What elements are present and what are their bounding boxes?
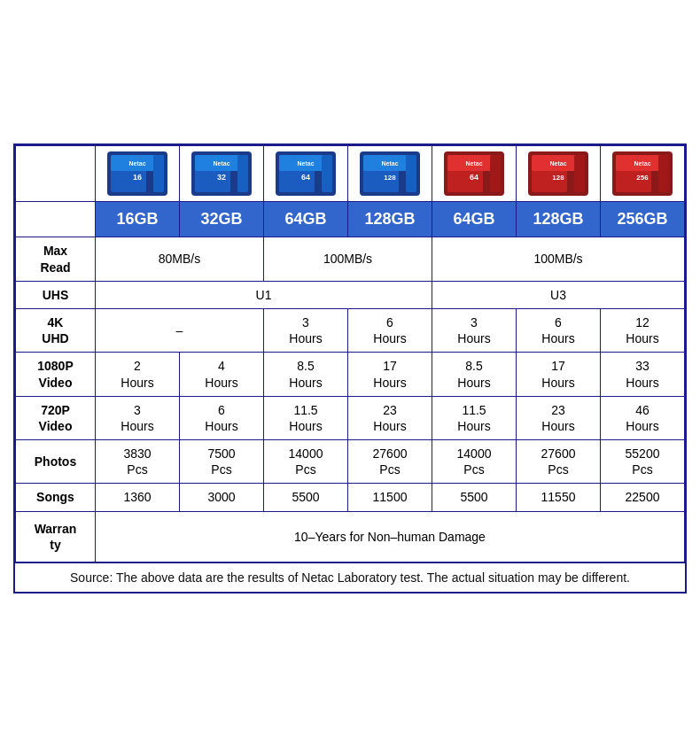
header-256gb: 256GB [601,201,685,237]
svg-rect-11 [237,155,248,192]
card-img-256gb-red: Netac 256 [601,145,685,201]
svg-text:Netac: Netac [381,160,398,167]
4k-uhd-label: 4KUHD [16,308,96,352]
1080p-label: 1080PVideo [16,353,96,396]
card-img-64gb-red: Netac 64 [432,145,517,201]
card-img-16gb: Netac 16 [96,145,180,201]
720p-23h-2: 23Hours [517,396,601,439]
max-read-val-3: 100MB/s [432,237,685,281]
720p-11.5h-2: 11.5Hours [432,396,517,439]
header-64gb: 64GB [264,201,348,237]
4k-uhd-3h-1: 3Hours [264,308,348,352]
header-32gb: 32GB [180,201,264,237]
max-read-val-2: 100MB/s [264,237,432,281]
card-img-32gb: Netac 32 [180,145,264,201]
uhs-val-2: U3 [432,281,685,308]
1080p-row: 1080PVideo 2Hours 4Hours 8.5Hours 17Hour… [16,353,685,396]
max-read-label: MaxRead [16,237,96,281]
svg-rect-35 [574,155,585,192]
photos-14000-2: 14000Pcs [432,440,517,484]
4k-uhd-dash: – [96,308,264,352]
comparison-table-wrapper: Netac 16 Netac 32 [13,144,687,593]
header-16gb: 16GB [96,201,180,237]
svg-text:128: 128 [552,174,564,182]
svg-text:256: 256 [636,174,649,182]
1080p-8.5h-1: 8.5Hours [264,353,348,396]
comparison-table: Netac 16 Netac 32 [15,145,685,562]
max-read-row: MaxRead 80MB/s 100MB/s 100MB/s [16,237,685,281]
photos-label: Photos [16,440,96,484]
720p-23h-1: 23Hours [348,396,432,439]
songs-11500: 11500 [348,484,432,511]
svg-text:32: 32 [217,173,226,182]
photos-3830: 3830Pcs [96,440,180,484]
1080p-4h: 4Hours [180,353,264,396]
photos-14000-1: 14000Pcs [264,440,348,484]
photos-55200: 55200Pcs [601,440,685,484]
svg-text:Netac: Netac [634,160,650,167]
max-read-val-1: 80MB/s [96,237,264,281]
svg-text:128: 128 [384,174,396,182]
svg-rect-5 [153,155,164,192]
720p-11.5h-1: 11.5Hours [264,396,348,439]
songs-5500-2: 5500 [432,484,517,511]
1080p-33h: 33Hours [601,353,685,396]
songs-22500: 22500 [601,484,685,511]
4k-uhd-6h-1: 6Hours [348,308,432,352]
warranty-label: Warranty [16,511,96,562]
720p-row: 720PVideo 3Hours 6Hours 11.5Hours 23Hour… [16,396,685,439]
svg-text:16: 16 [133,173,142,182]
720p-46h: 46Hours [601,396,685,439]
svg-rect-17 [322,155,332,192]
songs-3000: 3000 [180,484,264,511]
720p-6h: 6Hours [180,396,264,439]
header-128gb-1: 128GB [348,201,432,237]
svg-text:Netac: Netac [297,160,314,167]
warranty-value: 10–Years for Non–human Damage [96,511,685,562]
svg-text:64: 64 [470,173,478,182]
720p-3h: 3Hours [96,396,180,439]
svg-text:64: 64 [301,173,310,182]
1080p-2h: 2Hours [96,353,180,396]
svg-text:Netac: Netac [465,160,482,167]
product-image-row: Netac 16 Netac 32 [16,145,685,201]
warranty-row: Warranty 10–Years for Non–human Damage [16,511,685,562]
capacity-header-row: 16GB 32GB 64GB 128GB 64GB 128GB 256GB [16,201,685,237]
songs-label: Songs [16,484,96,511]
svg-rect-29 [490,155,501,192]
songs-row: Songs 1360 3000 5500 11500 5500 11550 22… [16,484,685,511]
svg-rect-23 [406,155,416,192]
photos-7500: 7500Pcs [180,440,264,484]
4k-uhd-12h: 12Hours [601,308,685,352]
header-64gb-2: 64GB [432,201,517,237]
1080p-8.5h-2: 8.5Hours [432,353,517,396]
card-img-128gb-red: Netac 128 [517,145,601,201]
4k-uhd-row: 4KUHD – 3Hours 6Hours 3Hours 6Hours 12Ho… [16,308,685,352]
header-128gb-2: 128GB [517,201,601,237]
footer-note: Source: The above data are the results o… [15,562,685,592]
svg-text:Netac: Netac [213,160,229,167]
4k-uhd-3h-2: 3Hours [432,308,517,352]
svg-text:Netac: Netac [549,160,566,167]
uhs-val-1: U1 [96,281,432,308]
1080p-17h-1: 17Hours [348,353,432,396]
uhs-row: UHS U1 U3 [16,281,685,308]
header-empty [16,201,96,237]
4k-uhd-6h-2: 6Hours [517,308,601,352]
songs-5500-1: 5500 [264,484,348,511]
photos-27600-1: 27600Pcs [348,440,432,484]
photos-27600-2: 27600Pcs [517,440,601,484]
uhs-label: UHS [16,281,96,308]
720p-label: 720PVideo [16,396,96,439]
svg-rect-41 [658,155,669,192]
songs-11550: 11550 [517,484,601,511]
svg-text:Netac: Netac [128,160,145,167]
photos-row: Photos 3830Pcs 7500Pcs 14000Pcs 27600Pcs… [16,440,685,484]
1080p-17h-2: 17Hours [517,353,601,396]
card-img-64gb-blue: Netac 64 [264,145,348,201]
card-img-128gb-blue: Netac 128 [348,145,432,201]
songs-1360: 1360 [96,484,180,511]
